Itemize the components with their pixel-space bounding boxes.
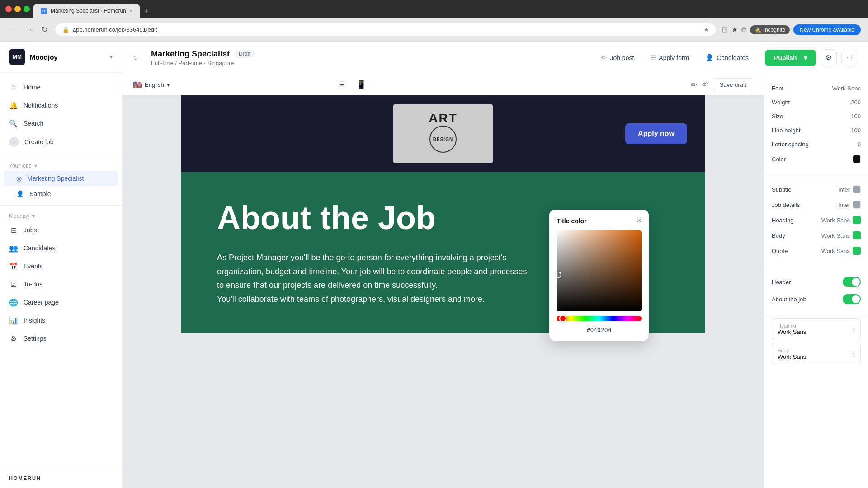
language-label: English bbox=[145, 81, 164, 88]
sidebar-item-events[interactable]: 📅 Events bbox=[0, 257, 122, 275]
color-label: Color bbox=[772, 156, 786, 163]
font-value: Work Sans bbox=[832, 85, 861, 92]
edit-mode-button[interactable]: ✏ bbox=[691, 80, 697, 89]
subtitle-label: Subtitle bbox=[772, 186, 791, 193]
main-content: ↻ Marketing Specialist Draft Full-time /… bbox=[122, 42, 868, 488]
topbar-tabs: ✏ Job post ☰ Apply form 👤 Candidates bbox=[594, 50, 756, 66]
sidebar-item-label: Home bbox=[24, 84, 40, 91]
sidebar-item-candidates[interactable]: 👥 Candidates bbox=[0, 239, 122, 257]
split-screen-icon[interactable]: ⧉ bbox=[741, 26, 746, 34]
tab-job-post[interactable]: ✏ Job post bbox=[594, 50, 641, 66]
heading-color-swatch[interactable] bbox=[853, 216, 861, 224]
color-swatch[interactable] bbox=[853, 155, 861, 163]
logo-text-line2: DESIGN bbox=[433, 137, 453, 142]
sidebar-item-label: Jobs bbox=[24, 226, 37, 234]
save-draft-button[interactable]: Save draft bbox=[713, 78, 753, 91]
subtitle-row: Subtitle Inter bbox=[772, 182, 861, 197]
nav-reload-button[interactable]: ↻ bbox=[40, 23, 49, 36]
publish-button[interactable]: Publish ▾ bbox=[765, 50, 816, 66]
job-meta: Full-time / Part-time · Singapore bbox=[151, 60, 585, 66]
preview-content: ART DESIGN Apply now bbox=[122, 95, 764, 488]
refresh-icon[interactable]: ↻ bbox=[133, 54, 138, 61]
new-tab-button[interactable]: + bbox=[141, 5, 153, 18]
body-font-box[interactable]: Body Work Sans › bbox=[772, 343, 861, 365]
hue-slider[interactable] bbox=[557, 316, 642, 321]
letter-spacing-value: 0 bbox=[858, 141, 861, 148]
sidebar-item-marketing-specialist[interactable]: ◎ Marketing Specialist bbox=[4, 171, 118, 186]
sidebar-item-sample[interactable]: 👤 Sample bbox=[0, 186, 122, 202]
typography-section: Font Work Sans Weight 200 Size 100 Line … bbox=[764, 74, 868, 174]
sidebar-item-create-job[interactable]: + Create job bbox=[0, 132, 122, 151]
body-font-box-value: Work Sans bbox=[778, 353, 806, 360]
apply-now-button[interactable]: Apply now bbox=[625, 123, 687, 144]
heading-font-box[interactable]: Heading Work Sans › bbox=[772, 318, 861, 340]
mobile-view-button[interactable]: 📱 bbox=[353, 78, 370, 91]
active-tab[interactable]: H Marketing Specialist · Homerun × bbox=[33, 4, 140, 18]
sidebar-item-search[interactable]: 🔍 Search bbox=[0, 114, 122, 132]
sidebar-item-label: Search bbox=[24, 120, 43, 127]
chart-icon: 📊 bbox=[9, 316, 18, 325]
color-picker-popup: Title color × #040200 bbox=[549, 210, 649, 341]
preview-mode-button[interactable]: 👁 bbox=[701, 80, 708, 89]
browser-min-btn[interactable] bbox=[14, 6, 21, 12]
chevron-icon: ▾ bbox=[32, 213, 35, 219]
size-label: Size bbox=[772, 113, 783, 120]
cast-icon[interactable]: ⊡ bbox=[722, 25, 728, 34]
line-height-row: Line height 100 bbox=[772, 123, 861, 137]
quote-color-swatch[interactable] bbox=[853, 247, 861, 255]
settings-button[interactable]: ⚙ bbox=[821, 49, 837, 66]
color-picker-close-button[interactable]: × bbox=[637, 216, 642, 225]
sidebar: MM Moodjoy ▾ ⌂ Home 🔔 Notifications 🔍 Se… bbox=[0, 42, 122, 488]
sidebar-item-insights[interactable]: 📊 Insights bbox=[0, 311, 122, 329]
nav-back-button[interactable]: ← bbox=[7, 24, 18, 36]
job-details-color-swatch[interactable] bbox=[853, 201, 861, 209]
url-text: app.homerun.co/job/336451/edit bbox=[73, 26, 700, 33]
heading-font: Work Sans bbox=[821, 217, 850, 224]
body-color-swatch[interactable] bbox=[853, 231, 861, 239]
draft-badge: Draft bbox=[234, 50, 255, 58]
desktop-view-button[interactable]: 🖥 bbox=[334, 78, 349, 91]
color-picker-header: Title color × bbox=[549, 210, 649, 230]
subtitle-color-swatch[interactable] bbox=[853, 185, 861, 193]
about-job-toggle[interactable] bbox=[843, 294, 861, 304]
sidebar-item-career-page[interactable]: 🌐 Career page bbox=[0, 293, 122, 311]
new-chrome-available-badge[interactable]: New Chrome available bbox=[793, 24, 861, 35]
tab-title: Marketing Specialist · Homerun bbox=[51, 8, 126, 14]
tab-apply-form[interactable]: ☰ Apply form bbox=[643, 50, 696, 66]
language-selector[interactable]: 🇺🇸 English ▾ bbox=[133, 80, 170, 89]
letter-spacing-label: Letter spacing bbox=[772, 141, 809, 148]
candidates-icon: 👥 bbox=[9, 244, 18, 253]
more-options-button[interactable]: ··· bbox=[841, 50, 857, 66]
homerun-logo: HOMERUN bbox=[9, 475, 113, 481]
chevron-right-icon: › bbox=[853, 351, 855, 358]
sidebar-item-label: Insights bbox=[24, 317, 45, 324]
sidebar-item-home[interactable]: ⌂ Home bbox=[0, 78, 122, 96]
tab-close-icon[interactable]: × bbox=[130, 9, 132, 14]
sidebar-item-todos[interactable]: ☑ To-dos bbox=[0, 275, 122, 293]
url-bar[interactable]: 🔒 app.homerun.co/job/336451/edit ★ bbox=[55, 23, 717, 36]
weight-value: 200 bbox=[851, 99, 861, 106]
grid-icon: ⊞ bbox=[9, 225, 18, 235]
header-toggle[interactable] bbox=[843, 277, 861, 287]
sidebar-item-notifications[interactable]: 🔔 Notifications bbox=[0, 96, 122, 114]
subtitle-font: Inter bbox=[838, 186, 850, 193]
job-details-row: Job details Inter bbox=[772, 197, 861, 212]
form-icon: ☰ bbox=[650, 54, 656, 62]
browser-close-btn[interactable] bbox=[5, 6, 12, 12]
size-row: Size 100 bbox=[772, 109, 861, 123]
tab-candidates[interactable]: 👤 Candidates bbox=[698, 50, 756, 66]
sidebar-item-jobs[interactable]: ⊞ Jobs bbox=[0, 221, 122, 239]
color-picker-title: Title color bbox=[557, 217, 587, 225]
about-job-toggle-row: About the job bbox=[772, 291, 861, 308]
chevron-down-icon: ▾ bbox=[167, 81, 170, 88]
browser-max-btn[interactable] bbox=[24, 6, 30, 12]
toolbar-right: ✏ 👁 Save draft bbox=[691, 78, 753, 91]
color-gradient-canvas[interactable] bbox=[557, 230, 642, 311]
sidebar-header[interactable]: MM Moodjoy ▾ bbox=[0, 42, 122, 73]
header-toggle-label: Header bbox=[772, 279, 791, 286]
sidebar-item-settings[interactable]: ⚙ Settings bbox=[0, 329, 122, 347]
bookmark-icon[interactable]: ★ bbox=[731, 25, 738, 34]
sidebar-item-label: Career page bbox=[24, 299, 59, 306]
nav-forward-button[interactable]: → bbox=[24, 24, 34, 36]
pencil-icon: ✏ bbox=[601, 54, 607, 62]
